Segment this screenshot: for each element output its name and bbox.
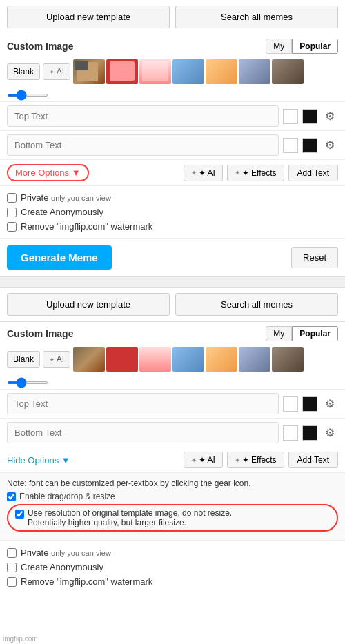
resolution-main-text: Use resolution of original template imag… (28, 508, 232, 518)
enable-drag-label: Enable drag/drop & resize (19, 492, 115, 501)
thumb-8[interactable] (73, 347, 105, 372)
top-text-color-white-1[interactable] (283, 109, 298, 124)
ai-template-btn-1[interactable]: AI (43, 63, 70, 80)
use-resolution-checkbox[interactable] (15, 510, 24, 519)
thumb-4[interactable] (172, 59, 204, 84)
private-checkbox-2[interactable] (7, 548, 17, 558)
popular-btn-1[interactable]: Popular (292, 39, 338, 54)
thumb-7[interactable] (272, 59, 304, 84)
bottom-text-gear-1[interactable]: ⚙ (322, 137, 338, 154)
ai-template-btn-2[interactable]: AI (43, 351, 70, 368)
thumb-3[interactable] (139, 59, 171, 84)
ai-btn-2[interactable]: ✦ ✦ AI (184, 452, 223, 468)
generate-meme-btn-1[interactable]: Generate Meme (7, 245, 112, 270)
thumb-6[interactable] (239, 59, 270, 84)
private-checkbox-1[interactable] (7, 193, 17, 203)
anon-row-2: Create Anonymously (7, 560, 338, 574)
slider-row-2 (0, 374, 345, 389)
private-label-1: Private only you can view (21, 192, 111, 203)
blank-btn-2[interactable]: Blank (7, 351, 40, 368)
private-label-2: Private only you can view (21, 547, 111, 558)
thumb-14[interactable] (272, 347, 304, 372)
top-text-gear-1[interactable]: ⚙ (322, 108, 338, 125)
thumb-12[interactable] (206, 347, 237, 372)
resolution-text: Use resolution of original template imag… (28, 508, 232, 527)
reset-btn-1[interactable]: Reset (291, 247, 338, 268)
bottom-text-input-2[interactable] (7, 422, 279, 443)
template-strip-2: Blank AI (0, 344, 345, 374)
top-bar-1: Upload new template Search all memes (0, 0, 345, 34)
note-title: Note: font can be customized per-textbox… (7, 479, 338, 488)
resolution-row: Use resolution of original template imag… (7, 504, 338, 532)
slider-row-1 (0, 87, 345, 101)
watermark-checkbox-2[interactable] (7, 577, 17, 587)
bottom-text-color-black-2[interactable] (302, 425, 317, 441)
thumb-2[interactable] (106, 59, 138, 84)
bottom-text-color-black-1[interactable] (302, 138, 317, 153)
my-btn-1[interactable]: My (266, 39, 292, 54)
thumb-strip-2 (73, 347, 304, 372)
thumb-13[interactable] (239, 347, 270, 372)
ai-icon-1: ✦ (191, 169, 197, 177)
blank-btn-1[interactable]: Blank (7, 63, 40, 80)
enable-drag-checkbox[interactable] (7, 492, 16, 501)
anon-checkbox-2[interactable] (7, 563, 17, 572)
custom-image-label-2: Custom Image (7, 328, 73, 339)
thumb-9[interactable] (106, 347, 138, 372)
my-popular-toggle-2: My Popular (266, 326, 338, 341)
watermark-row-1: Remove "imgflip.com" watermark (7, 219, 338, 234)
top-text-input-1[interactable] (7, 105, 279, 127)
bottom-text-row-2: ⚙ (0, 418, 345, 447)
bottom-text-gear-2[interactable]: ⚙ (322, 425, 338, 441)
effects-btn-2[interactable]: ✦ ✦ Effects (227, 452, 284, 468)
thumb-5[interactable] (206, 59, 237, 84)
effects-icon-2: ✦ (235, 456, 240, 464)
more-options-btn-1[interactable]: More Options ▼ (7, 164, 89, 181)
options-row-2: Hide Options ▼ ✦ ✦ AI ✦ ✦ Effects Add Te… (0, 447, 345, 472)
effects-icon-1: ✦ (235, 169, 240, 177)
thumb-strip-1 (73, 59, 304, 84)
top-text-color-black-2[interactable] (302, 396, 317, 412)
watermark-checkbox-1[interactable] (7, 222, 17, 232)
top-text-color-white-2[interactable] (283, 396, 298, 412)
ai-effects-row-2: ✦ ✦ AI ✦ ✦ Effects Add Text (184, 452, 338, 468)
thumb-11[interactable] (172, 347, 204, 372)
top-text-gear-2[interactable]: ⚙ (322, 396, 338, 412)
watermark-label-1: Remove "imgflip.com" watermark (21, 221, 152, 232)
thumb-10[interactable] (139, 347, 171, 372)
top-text-color-black-1[interactable] (302, 109, 317, 124)
search-memes-btn-1[interactable]: Search all memes (175, 6, 338, 28)
search-memes-btn-2[interactable]: Search all memes (175, 293, 338, 316)
bottom-text-color-white-2[interactable] (283, 425, 298, 441)
image-slider-2[interactable] (7, 381, 48, 384)
section-divider (0, 276, 345, 288)
ai-btn-1[interactable]: ✦ ✦ AI (184, 165, 223, 181)
hide-options-btn[interactable]: Hide Options ▼ (7, 453, 70, 467)
private-row-2: Private only you can view (7, 545, 338, 560)
custom-image-label-1: Custom Image (7, 41, 73, 52)
add-text-btn-2[interactable]: Add Text (288, 452, 338, 468)
add-text-btn-1[interactable]: Add Text (288, 165, 338, 181)
top-text-input-2[interactable] (7, 393, 279, 414)
checkbox-section-1: Private only you can view Create Anonymo… (0, 185, 345, 238)
private-row-1: Private only you can view (7, 190, 338, 205)
anon-checkbox-1[interactable] (7, 208, 17, 217)
checkbox-section-2: Private only you can view Create Anonymo… (0, 541, 345, 593)
top-text-row-1: ⚙ (0, 101, 345, 130)
effects-btn-1[interactable]: ✦ ✦ Effects (227, 165, 284, 181)
image-slider-1[interactable] (7, 94, 48, 97)
bottom-text-color-white-1[interactable] (283, 138, 298, 153)
bottom-text-input-1[interactable] (7, 134, 279, 156)
popular-btn-2[interactable]: Popular (292, 326, 338, 341)
bottom-text-row-1: ⚙ (0, 130, 345, 159)
watermark-label-2: Remove "imgflip.com" watermark (21, 576, 152, 587)
resolution-sub-text: Potentially higher quality, but larger f… (28, 518, 232, 527)
anon-label-2: Create Anonymously (21, 562, 103, 572)
my-btn-2[interactable]: My (266, 326, 292, 341)
custom-image-row-2: Custom Image My Popular (0, 322, 345, 344)
upload-template-btn-2[interactable]: Upload new template (7, 293, 170, 316)
template-strip-1: Blank AI (0, 57, 345, 87)
thumb-1[interactable] (73, 59, 105, 84)
upload-template-btn-1[interactable]: Upload new template (7, 6, 170, 28)
anon-row-1: Create Anonymously (7, 205, 338, 219)
